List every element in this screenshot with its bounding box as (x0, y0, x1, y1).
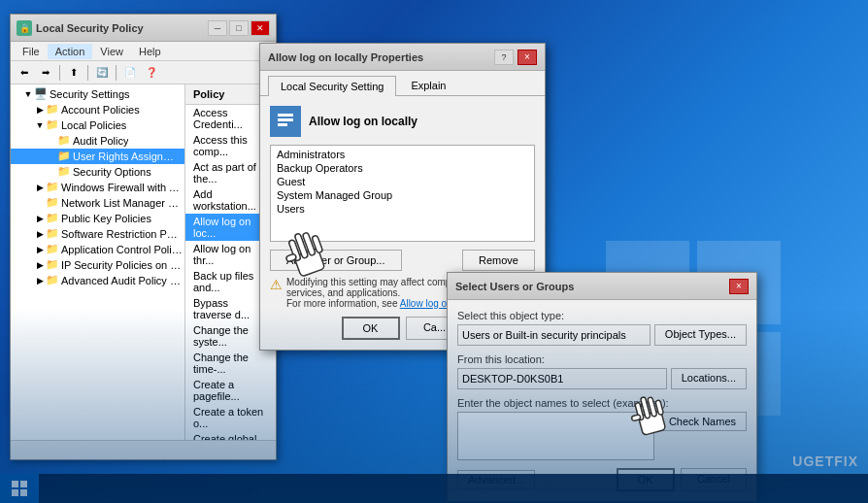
names-input[interactable] (457, 412, 654, 460)
expander: ▶ (34, 182, 46, 193)
expander: ▶ (34, 213, 46, 224)
expander: ▶ (34, 244, 46, 255)
menu-help[interactable]: Help (131, 44, 169, 59)
main-window: 🔒 Local Security Policy ─ □ ✕ File Actio… (10, 14, 277, 460)
menu-file[interactable]: File (15, 44, 48, 59)
watermark: UGETFIX (792, 453, 858, 469)
tree-software-restriction[interactable]: ▶ 📁 Software Restriction Policies (11, 226, 184, 242)
cancel-button[interactable]: Ca... (406, 317, 464, 340)
folder-icon: 📁 (46, 118, 59, 132)
policy-row[interactable]: Create a token o... (185, 404, 276, 431)
tree-network-list[interactable]: 📁 Network List Manager Policies (11, 195, 184, 211)
toolbar-refresh[interactable]: 🔄 (92, 64, 112, 82)
tree-user-rights[interactable]: 📁 User Rights Assignment (11, 149, 184, 164)
toolbar-back[interactable]: ⬅ (15, 64, 34, 82)
policy-row[interactable]: Change the time-... (185, 350, 276, 377)
tree-local-policies[interactable]: ▼ 📁 Local Policies (11, 117, 184, 133)
policy-row[interactable]: Create a pagefile... (185, 377, 276, 404)
allowed-users-list[interactable]: AdministratorsBackup OperatorsGuestSyste… (270, 145, 535, 242)
toolbar-up[interactable]: ⬆ (64, 64, 83, 82)
tree-public-key[interactable]: ▶ 📁 Public Key Policies (11, 211, 184, 226)
folder-icon: 📁 (46, 227, 59, 241)
svg-rect-16 (641, 397, 651, 419)
list-item[interactable]: Users (273, 202, 532, 216)
folder-icon: 📁 (46, 196, 59, 210)
menu-action[interactable]: Action (48, 44, 93, 59)
tree-advanced-audit[interactable]: ▶ 📁 Advanced Audit Policy Configuration (11, 273, 184, 288)
tree-label: Software Restriction Policies (61, 228, 183, 240)
policy-title: Allow log on locally (309, 115, 417, 128)
svg-rect-3 (697, 332, 781, 416)
select-users-close-button[interactable]: × (729, 279, 749, 294)
toolbar-forward[interactable]: ➡ (36, 64, 55, 82)
object-types-button[interactable]: Object Types... (654, 324, 747, 346)
list-item[interactable]: System Managed Group (273, 188, 532, 202)
toolbar-sep-3 (116, 65, 117, 81)
policy-cell: Change the syste... (189, 323, 272, 349)
select-users-ok-button[interactable]: OK (617, 468, 675, 491)
tree-account-policies[interactable]: ▶ 📁 Account Policies (11, 102, 184, 117)
tree-label: Application Control Policies (61, 244, 183, 255)
advanced-button[interactable]: Advanced... (457, 470, 535, 489)
warning-icon: ⚠ (270, 277, 283, 292)
tree-firewall[interactable]: ▶ 📁 Windows Firewall with Advanced Secu.… (11, 180, 184, 195)
tree-ip-security[interactable]: ▶ 📁 IP Security Policies on Local Comput… (11, 257, 184, 273)
add-user-button[interactable]: Add User or Group... (270, 250, 402, 271)
close-button[interactable]: ✕ (250, 20, 270, 36)
start-button[interactable] (0, 474, 39, 503)
policy-row[interactable]: Change the syste... (185, 322, 276, 350)
minimize-button[interactable]: ─ (208, 20, 227, 36)
svg-rect-2 (606, 332, 689, 416)
folder-icon: 📁 (46, 258, 59, 272)
tree-audit-policy[interactable]: 📁 Audit Policy (11, 133, 184, 149)
svg-rect-18 (655, 400, 664, 416)
toolbar-help[interactable]: ❓ (142, 64, 161, 82)
list-item[interactable]: Backup Operators (273, 161, 532, 175)
location-label: From this location: (457, 353, 747, 365)
tree-security-settings[interactable]: ▼ 🖥️ Security Settings (11, 86, 184, 102)
select-users-dialog: Select Users or Groups × Select this obj… (447, 272, 757, 502)
policy-row[interactable]: Create permane... (185, 458, 276, 459)
svg-rect-20 (12, 481, 18, 487)
tab-explain[interactable]: Explain (398, 75, 458, 95)
svg-rect-5 (278, 114, 293, 117)
tree-label: Audit Policy (73, 135, 128, 147)
folder-icon: 📁 (57, 134, 71, 148)
object-type-row: Users or Built-in security principals Ob… (457, 324, 747, 346)
tree-label: Local Policies (61, 119, 126, 131)
svg-rect-19 (631, 415, 641, 421)
tree-security-options[interactable]: 📁 Security Options (11, 164, 184, 180)
menu-view[interactable]: View (92, 44, 131, 59)
maximize-button[interactable]: □ (229, 20, 249, 36)
select-users-cancel-button[interactable]: Cancel (681, 468, 747, 491)
main-window-icon: 🔒 (17, 20, 32, 36)
expander (34, 197, 46, 209)
tree-label: Security Settings (50, 88, 130, 100)
ok-button[interactable]: OK (342, 317, 400, 340)
dialog-footer-buttons: OK Ca... (270, 317, 535, 340)
tree-label: User Rights Assignment (73, 151, 183, 162)
toolbar-sep-1 (59, 65, 60, 81)
policy-row[interactable]: Create global ob... (185, 431, 276, 458)
folder-icon: 🖥️ (34, 87, 48, 101)
remove-button[interactable]: Remove (462, 250, 535, 271)
toolbar-export[interactable]: 📄 (120, 64, 140, 82)
select-users-body: Select this object type: Users or Built-… (448, 300, 756, 501)
policy-cell: Create a token o... (189, 405, 272, 430)
properties-dialog-body: Allow log on locally AdministratorsBacku… (260, 96, 545, 350)
expander (46, 135, 57, 147)
list-item[interactable]: Administrators (273, 148, 532, 161)
check-names-button[interactable]: Check Names (658, 412, 747, 431)
tab-local-security-setting[interactable]: Local Security Setting (268, 76, 396, 96)
policy-cell: Create global ob... (189, 432, 272, 457)
svg-rect-23 (20, 489, 27, 496)
policy-cell: Create a pagefile... (189, 378, 272, 403)
properties-close-button[interactable]: × (517, 50, 537, 65)
svg-rect-7 (278, 123, 287, 126)
select-users-title: Select Users or Groups (455, 281, 729, 292)
list-item[interactable]: Guest (273, 175, 532, 188)
properties-help-button[interactable]: ? (494, 50, 514, 65)
tree-app-control[interactable]: ▶ 📁 Application Control Policies (11, 242, 184, 257)
locations-button[interactable]: Locations... (671, 368, 747, 389)
policy-col-name: Policy (189, 86, 228, 102)
